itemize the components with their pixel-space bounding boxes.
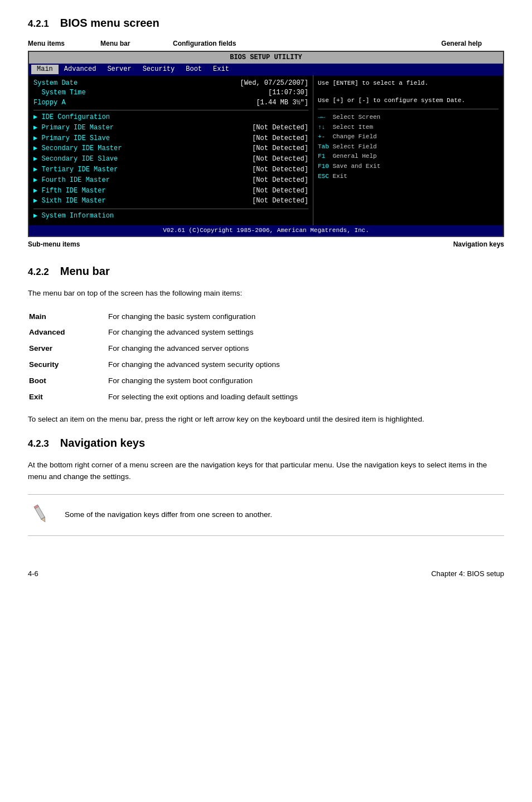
menu-bar-row: ServerFor changing the advanced server o… <box>29 341 503 356</box>
bios-sub-fourth-master: Fourth IDE Master [Not Detected] <box>33 176 308 186</box>
bios-sub-primary-slave: Primary IDE Slave [Not Detected] <box>33 134 308 144</box>
menu-bar-item-desc: For changing the advanced system setting… <box>108 325 503 340</box>
menu-bar-item-label: Advanced <box>29 325 107 340</box>
section-421-number: 4.2.1 <box>28 18 49 30</box>
section-422-title: Menu bar <box>60 265 110 278</box>
menu-bar-item-desc: For changing the basic system configurat… <box>108 310 503 325</box>
label-general-help: General help <box>441 40 482 47</box>
menu-bar-item-desc: For selecting the exit options and loadi… <box>108 390 503 405</box>
chapter-label: Chapter 4: BIOS setup <box>431 569 504 578</box>
page-number: 4-6 <box>28 569 38 578</box>
bios-title-bar: BIOS SETUP UTILITY <box>29 52 503 64</box>
menu-bar-row: ExitFor selecting the exit options and l… <box>29 390 503 405</box>
pencil-icon <box>28 501 54 527</box>
menu-bar-note: To select an item on the menu bar, press… <box>28 414 504 426</box>
bios-sub-system-info: System Information <box>33 211 308 221</box>
label-config-fields: Configuration fields <box>173 40 284 47</box>
bios-nav-esc: ESC Exit <box>318 172 499 182</box>
bios-menu-main[interactable]: Main <box>31 65 59 74</box>
bios-sub-secondary-slave: Secondary IDE Slave [Not Detected] <box>33 154 308 165</box>
menu-bar-row: MainFor changing the basic system config… <box>29 310 503 325</box>
menu-bar-item-desc: For changing the system boot configurati… <box>108 374 503 389</box>
menu-bar-intro: The menu bar on top of the screen has th… <box>28 288 504 299</box>
bios-help-text-2: Use [+] or [-] to configure system Date. <box>318 96 499 105</box>
menu-bar-item-label: Exit <box>29 390 107 405</box>
note-box: Some of the navigation keys differ from … <box>28 494 504 536</box>
menu-bar-row: AdvancedFor changing the advanced system… <box>29 325 503 340</box>
section-423-title: Navigation keys <box>60 437 145 450</box>
section-421-heading: 4.2.1 BIOS menu screen <box>28 17 504 30</box>
bios-diagram: Menu items Menu bar Configuration fields… <box>28 40 504 248</box>
bios-nav-f1: F1 General Help <box>318 152 499 162</box>
bios-menu-boot[interactable]: Boot <box>180 65 207 74</box>
menu-bar-item-label: Server <box>29 341 107 356</box>
bios-nav-select-screen: →← Select Screen <box>318 113 499 123</box>
bios-menu-server[interactable]: Server <box>101 65 137 74</box>
label-navigation-keys: Navigation keys <box>453 240 504 248</box>
bios-item-system-time: System Time [11:07:30] <box>33 88 308 98</box>
section-423-number: 4.2.3 <box>28 438 49 450</box>
bios-item-floppy: Floppy A [1.44 MB 3½"] <box>33 98 308 108</box>
menu-bar-item-label: Security <box>29 357 107 373</box>
menu-bar-item-desc: For changing the advanced system securit… <box>108 357 503 373</box>
bios-sub-tertiary-master: Tertiary IDE Master [Not Detected] <box>33 165 308 175</box>
diagram-top-labels: Menu items Menu bar Configuration fields… <box>28 40 504 47</box>
bios-sub-secondary-master: Secondary IDE Master [Not Detected] <box>33 144 308 154</box>
menu-bar-row: SecurityFor changing the advanced system… <box>29 357 503 373</box>
menu-bar-item-label: Main <box>29 310 107 325</box>
bios-left-panel: System Date [Wed, 07/25/2007] System Tim… <box>29 75 313 225</box>
label-menu-bar: Menu bar <box>100 40 173 47</box>
note-icon <box>28 501 56 529</box>
section-422-heading: 4.2.2 Menu bar <box>28 265 504 278</box>
label-menu-items: Menu items <box>28 40 100 47</box>
bios-right-panel: Use [ENTER] to select a field. Use [+] o… <box>313 75 503 225</box>
section-423: 4.2.3 Navigation keys At the bottom righ… <box>28 437 504 536</box>
menu-bar-item-desc: For changing the advanced server options <box>108 341 503 356</box>
page-footer: 4-6 Chapter 4: BIOS setup <box>28 569 504 578</box>
bios-nav-select-field: Tab Select Field <box>318 142 499 152</box>
diagram-bottom-labels: Sub-menu items Navigation keys <box>28 240 504 248</box>
bios-footer: V02.61 (C)Copyright 1985-2006, American … <box>29 225 503 236</box>
bios-item-system-date: System Date [Wed, 07/25/2007] <box>33 79 308 88</box>
note-text: Some of the navigation keys differ from … <box>65 509 272 520</box>
nav-keys-text: At the bottom right corner of a menu scr… <box>28 460 504 483</box>
section-422: 4.2.2 Menu bar The menu bar on top of th… <box>28 265 504 426</box>
bios-menu-bar: Main Advanced Server Security Boot Exit <box>29 64 503 75</box>
bios-menu-exit[interactable]: Exit <box>207 65 235 74</box>
bios-nav-change-field: +- Change Field <box>318 132 499 142</box>
bios-sub-primary-master: Primary IDE Master [Not Detected] <box>33 123 308 133</box>
section-422-number: 4.2.2 <box>28 267 49 278</box>
menu-bar-table: MainFor changing the basic system config… <box>28 308 504 406</box>
bios-menu-security[interactable]: Security <box>137 65 181 74</box>
section-423-heading: 4.2.3 Navigation keys <box>28 437 504 450</box>
bios-sub-sixth-master: Sixth IDE Master [Not Detected] <box>33 196 308 206</box>
bios-help-divider <box>318 109 499 109</box>
label-sub-menu-items: Sub-menu items <box>28 240 80 248</box>
bios-nav-f10: F10 Save and Exit <box>318 162 499 172</box>
section-421-title: BIOS menu screen <box>60 17 159 30</box>
bios-nav-keys: →← Select Screen ↑↓ Select Item +- Chang… <box>318 113 499 181</box>
bios-body: System Date [Wed, 07/25/2007] System Tim… <box>29 75 503 225</box>
menu-bar-item-label: Boot <box>29 374 107 389</box>
bios-nav-select-item: ↑↓ Select Item <box>318 123 499 133</box>
bios-screen: BIOS SETUP UTILITY Main Advanced Server … <box>28 51 504 237</box>
bios-sub-ide-config: IDE Configuration <box>33 113 308 123</box>
bios-menu-advanced[interactable]: Advanced <box>59 65 102 74</box>
bios-sub-fifth-master: Fifth IDE Master [Not Detected] <box>33 186 308 196</box>
bios-help-text-1: Use [ENTER] to select a field. <box>318 79 499 88</box>
menu-bar-row: BootFor changing the system boot configu… <box>29 374 503 389</box>
